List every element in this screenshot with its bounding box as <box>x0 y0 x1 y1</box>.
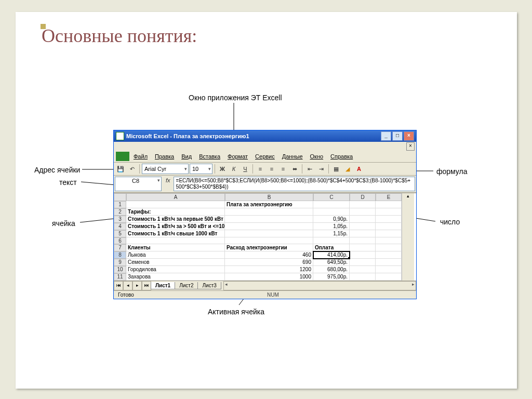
cell[interactable]: 0,90р. <box>313 216 350 223</box>
cell[interactable]: 460 <box>225 251 313 259</box>
menu-tools[interactable]: Сервис <box>252 152 278 161</box>
vertical-scrollbar[interactable] <box>402 216 414 223</box>
cell[interactable] <box>350 244 376 251</box>
cell[interactable] <box>313 237 350 244</box>
align-right-icon[interactable]: ≡ <box>278 164 288 174</box>
vertical-scrollbar[interactable] <box>402 237 414 244</box>
row-header[interactable]: 9 <box>114 259 126 266</box>
menu-format[interactable]: Формат <box>224 152 251 161</box>
save-icon[interactable]: 💾 <box>115 164 126 174</box>
cell[interactable] <box>376 266 402 273</box>
align-left-icon[interactable]: ≡ <box>255 164 265 174</box>
cell[interactable] <box>313 201 350 208</box>
maximize-button[interactable]: □ <box>392 131 403 141</box>
bold-button[interactable]: Ж <box>217 164 228 174</box>
cell[interactable] <box>376 251 402 259</box>
row-header[interactable]: 2 <box>114 208 126 216</box>
vertical-scrollbar[interactable] <box>402 266 414 273</box>
column-header[interactable]: B <box>225 193 313 201</box>
menu-edit[interactable]: Правка <box>152 152 177 161</box>
cell[interactable]: 1,15р. <box>313 230 350 237</box>
row-header[interactable]: 8 <box>114 251 126 259</box>
sheet-tab-3[interactable]: Лист3 <box>197 282 221 289</box>
cell[interactable]: Тарифы: <box>126 208 225 216</box>
vscroll-top[interactable]: ▴ <box>402 193 414 201</box>
cell[interactable] <box>126 237 225 244</box>
cell[interactable]: Захарова <box>126 273 225 281</box>
vertical-scrollbar[interactable] <box>402 273 414 281</box>
tab-nav-next[interactable]: ▸ <box>132 281 142 290</box>
cell[interactable]: Оплата <box>313 244 350 251</box>
cell[interactable] <box>376 273 402 281</box>
vertical-scrollbar[interactable] <box>402 259 414 266</box>
cell[interactable] <box>376 223 402 230</box>
cell[interactable] <box>225 230 313 237</box>
menu-insert[interactable]: Вставка <box>196 152 223 161</box>
indent-increase-icon[interactable]: ⇥ <box>316 164 326 174</box>
cell[interactable] <box>350 223 376 230</box>
formula-input[interactable]: =ЕСЛИ(B8<=500;B8*$C$3;ЕСЛИ(И(B8>500;B8<=… <box>174 177 415 191</box>
cell[interactable]: 975,00р. <box>313 273 350 281</box>
font-name-select[interactable]: Arial Cyr <box>142 164 189 174</box>
row-header[interactable]: 4 <box>114 223 126 230</box>
underline-button[interactable]: Ч <box>240 164 250 174</box>
cell[interactable]: 414,00р. <box>313 251 350 259</box>
cell[interactable] <box>350 266 376 273</box>
column-header[interactable]: A <box>126 193 225 201</box>
cell[interactable]: Семенов <box>126 259 225 266</box>
column-header[interactable]: D <box>350 193 376 201</box>
select-all-corner[interactable] <box>114 193 126 201</box>
sheet-tab-2[interactable]: Лист2 <box>175 282 198 289</box>
vertical-scrollbar[interactable] <box>402 201 414 208</box>
cell[interactable] <box>350 216 376 223</box>
tab-nav-first[interactable]: ⏮ <box>114 281 123 290</box>
cell[interactable]: 649,50р. <box>313 259 350 266</box>
align-center-icon[interactable]: ≡ <box>267 164 277 174</box>
cell[interactable] <box>376 201 402 208</box>
cell[interactable] <box>225 223 313 230</box>
cell[interactable] <box>350 201 376 208</box>
sheet-tab-1[interactable]: Лист1 <box>151 282 175 289</box>
horizontal-scrollbar[interactable] <box>223 281 416 290</box>
column-header[interactable]: C <box>313 193 350 201</box>
tab-nav-last[interactable]: ⏭ <box>142 281 151 290</box>
cell[interactable]: Лыкова <box>126 251 225 259</box>
undo-icon[interactable]: ↶ <box>127 164 137 174</box>
cell[interactable] <box>376 237 402 244</box>
column-header[interactable]: E <box>376 193 402 201</box>
cell[interactable] <box>225 208 313 216</box>
cell[interactable]: 1200 <box>225 266 313 273</box>
italic-button[interactable]: К <box>229 164 239 174</box>
font-color-icon[interactable]: A <box>354 164 364 174</box>
cell[interactable] <box>376 259 402 266</box>
cell[interactable] <box>376 230 402 237</box>
cell[interactable]: 1,05р. <box>313 223 350 230</box>
menu-view[interactable]: Вид <box>178 152 195 161</box>
vertical-scrollbar[interactable] <box>402 251 414 259</box>
cell[interactable]: 1000 <box>225 273 313 281</box>
cell[interactable] <box>376 244 402 251</box>
menu-window[interactable]: Окно <box>307 152 327 161</box>
minimize-button[interactable]: _ <box>381 131 391 141</box>
font-size-select[interactable]: 10 <box>190 164 212 174</box>
cell[interactable]: 680,00р. <box>313 266 350 273</box>
cell[interactable] <box>350 259 376 266</box>
vertical-scrollbar[interactable] <box>402 223 414 230</box>
row-header[interactable]: 6 <box>114 237 126 244</box>
borders-icon[interactable]: ▦ <box>331 164 341 174</box>
menu-data[interactable]: Данные <box>279 152 306 161</box>
cell[interactable]: Стоимость 1 кВт/ч за > 500 кВт и <=1000 … <box>126 223 225 230</box>
cell[interactable]: Стоимость 1 кВт/ч за первые 500 кВт <box>126 216 225 223</box>
vertical-scrollbar[interactable] <box>402 208 414 216</box>
fx-label[interactable]: fx <box>163 176 174 192</box>
row-header[interactable]: 5 <box>114 230 126 237</box>
doc-close-button[interactable]: × <box>406 142 415 151</box>
indent-decrease-icon[interactable]: ⇤ <box>304 164 315 174</box>
cell[interactable] <box>350 230 376 237</box>
row-header[interactable]: 11 <box>114 273 126 281</box>
row-header[interactable]: 3 <box>114 216 126 223</box>
vertical-scrollbar[interactable] <box>402 244 414 251</box>
cell[interactable]: Городилова <box>126 266 225 273</box>
close-button[interactable]: × <box>404 131 414 141</box>
cell[interactable]: Клиенты <box>126 244 225 251</box>
